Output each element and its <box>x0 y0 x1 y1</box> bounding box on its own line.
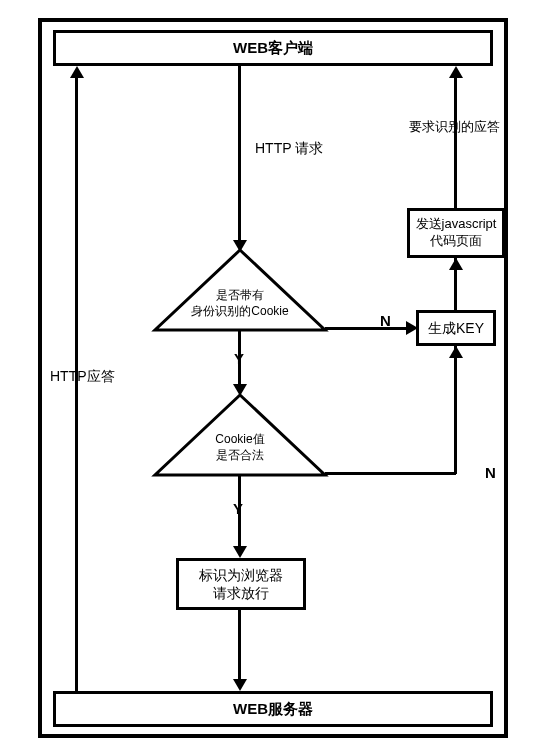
decision-cookie-text: 是否带有 身份识别的Cookie <box>187 288 293 319</box>
label-http-request: HTTP 请求 <box>255 140 323 158</box>
arrow-icon <box>449 346 463 358</box>
edge-valid-no-v <box>454 346 457 474</box>
node-label: 发送javascript 代码页面 <box>416 216 497 250</box>
label-response-identify: 要求识别的应答 <box>403 118 505 136</box>
edge-allow-to-server <box>238 610 241 680</box>
node-label: 标识为浏览器 请求放行 <box>199 566 283 602</box>
decision-valid-text: Cookie值 是否合法 <box>203 432 277 463</box>
label-no-1: N <box>380 312 391 329</box>
arrow-icon <box>233 546 247 558</box>
node-gen-key: 生成KEY <box>416 310 496 346</box>
arrow-icon <box>233 679 247 691</box>
arrow-icon <box>449 258 463 270</box>
label-no-2: N <box>485 464 496 481</box>
node-label: WEB服务器 <box>233 699 313 719</box>
edge-js-to-client <box>454 78 457 208</box>
decision-label: Cookie值 是否合法 <box>215 432 264 462</box>
node-label: WEB客户端 <box>233 38 313 58</box>
label-http-response: HTTP应答 <box>50 368 115 386</box>
decision-label: 是否带有 身份识别的Cookie <box>191 288 288 318</box>
edge-cookie-no <box>325 327 410 330</box>
arrow-icon <box>449 66 463 78</box>
node-label: 生成KEY <box>428 319 484 337</box>
edge-http-request <box>238 66 241 241</box>
label-yes-2: Y <box>233 500 243 517</box>
node-allow: 标识为浏览器 请求放行 <box>176 558 306 610</box>
label-yes-1: Y <box>234 350 244 367</box>
node-web-client: WEB客户端 <box>53 30 493 66</box>
arrow-icon <box>70 66 84 78</box>
node-send-js: 发送javascript 代码页面 <box>407 208 505 258</box>
edge-valid-no-h <box>325 472 456 475</box>
node-web-server: WEB服务器 <box>53 691 493 727</box>
